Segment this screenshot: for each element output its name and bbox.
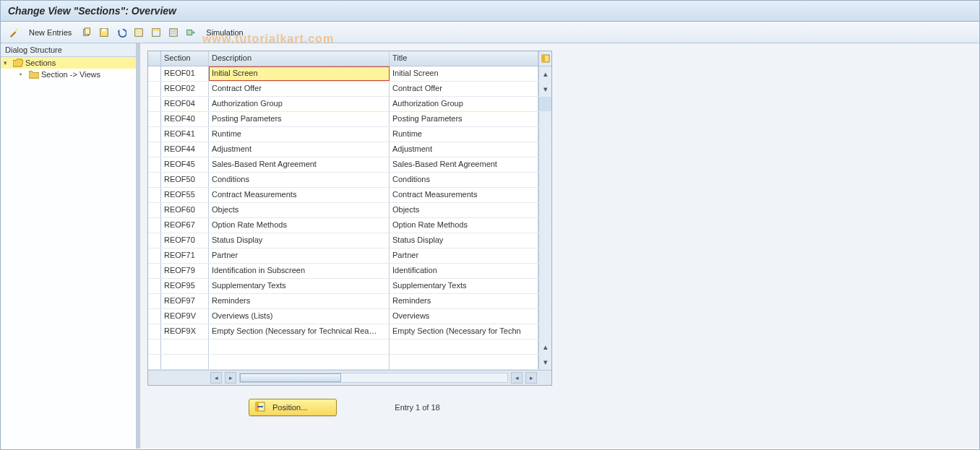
col-header-description[interactable]: Description [209, 51, 390, 66]
wand-icon[interactable] [7, 25, 21, 40]
deselect-all-icon[interactable] [166, 25, 181, 40]
row-selector[interactable] [148, 97, 161, 111]
scroll-track-icon[interactable] [538, 294, 551, 308]
scroll-left-icon[interactable]: ◂ [210, 372, 222, 384]
row-selector[interactable] [148, 355, 161, 369]
cell-section[interactable]: REOF50 [161, 173, 209, 187]
cell-title[interactable]: Contract Offer [390, 82, 538, 96]
scroll-track-icon[interactable] [538, 157, 551, 172]
tree-item-sections[interactable]: ▾ Sections [1, 57, 136, 69]
cell-title[interactable]: Authorization Group [390, 97, 538, 111]
table-row[interactable]: REOF97RemindersReminders [148, 294, 551, 309]
cell-title[interactable]: Initial Screen [390, 66, 538, 81]
table-row-empty[interactable]: ▾ [148, 355, 551, 370]
undo-icon[interactable] [114, 25, 129, 40]
scroll-up-icon[interactable]: ▴ [538, 66, 551, 81]
scroll-track-icon[interactable] [538, 279, 551, 293]
cell-section[interactable]: REOF9X [161, 324, 209, 339]
cell-title[interactable]: Overviews [390, 309, 538, 324]
scroll-track-icon[interactable] [538, 264, 551, 278]
cell-description[interactable]: Reminders [209, 294, 390, 308]
cell-description[interactable]: Contract Measurements [209, 188, 390, 202]
cell-title[interactable]: Adjustment [390, 142, 538, 157]
scroll-track-icon[interactable] [538, 173, 551, 187]
cell-section[interactable]: REOF70 [161, 233, 209, 248]
cell-description[interactable]: Posting Parameters [209, 112, 390, 126]
cell-section[interactable]: REOF55 [161, 188, 209, 202]
cell-description[interactable]: Authorization Group [209, 97, 390, 111]
cell-title[interactable]: Sales-Based Rent Agreement [390, 157, 538, 172]
table-row[interactable]: REOF50ConditionsConditions [148, 173, 551, 188]
cell-description[interactable]: Option Rate Methods [209, 218, 390, 233]
scroll-track-icon[interactable] [538, 203, 551, 217]
cell-section[interactable]: REOF95 [161, 279, 209, 293]
cell-title[interactable]: Status Display [390, 233, 538, 248]
cell-description[interactable]: Initial Screen [209, 66, 390, 81]
scroll-track-icon[interactable] [538, 324, 551, 339]
cell-section[interactable]: REOF44 [161, 142, 209, 157]
position-button[interactable]: Position... [249, 399, 337, 416]
horizontal-scrollbar[interactable]: ◂ ▸ ◂ ▸ [148, 370, 551, 385]
cell-title[interactable]: Supplementary Texts [390, 279, 538, 293]
row-selector[interactable] [148, 112, 161, 126]
cell-section[interactable]: REOF79 [161, 264, 209, 278]
cell-title[interactable]: Posting Parameters [390, 112, 538, 126]
simulation-button[interactable]: Simulation [201, 26, 248, 39]
cell-title[interactable]: Runtime [390, 127, 538, 142]
cell-description[interactable]: Conditions [209, 173, 390, 187]
cell-section[interactable]: REOF01 [161, 66, 209, 81]
cell-section[interactable]: REOF97 [161, 294, 209, 308]
table-row[interactable]: REOF40Posting ParametersPosting Paramete… [148, 112, 551, 127]
table-row-empty[interactable]: ▴ [148, 339, 551, 355]
scroll-left-end-icon[interactable]: ◂ [511, 372, 523, 384]
scroll-track-icon[interactable] [538, 233, 551, 248]
cell-description[interactable]: Status Display [209, 233, 390, 248]
cell-section[interactable]: REOF04 [161, 97, 209, 111]
cell-description[interactable]: Runtime [209, 127, 390, 142]
row-selector[interactable] [148, 279, 161, 293]
config-icon[interactable] [184, 25, 198, 40]
save-variant-icon[interactable] [97, 25, 111, 40]
cell-description[interactable]: Objects [209, 203, 390, 217]
scroll-down-icon[interactable]: ▾ [538, 355, 551, 369]
cell-section[interactable]: REOF67 [161, 218, 209, 233]
row-selector[interactable] [148, 82, 161, 96]
cell-section[interactable]: REOF45 [161, 157, 209, 172]
row-selector[interactable] [148, 218, 161, 233]
row-selector[interactable] [148, 188, 161, 202]
cell-description[interactable]: Partner [209, 248, 390, 263]
cell-description[interactable]: Identification in Subscreen [209, 264, 390, 278]
cell-section[interactable]: REOF71 [161, 248, 209, 263]
row-selector[interactable] [148, 294, 161, 308]
table-row[interactable]: REOF41RuntimeRuntime [148, 127, 551, 142]
cell-title[interactable]: Contract Measurements [390, 188, 538, 202]
row-selector-header[interactable] [148, 51, 161, 66]
table-row[interactable]: REOF9VOverviews (Lists)Overviews [148, 309, 551, 324]
scroll-track-icon[interactable] [538, 218, 551, 233]
col-header-section[interactable]: Section [161, 51, 209, 66]
tree-item-section-views[interactable]: • Section -> Views [1, 69, 136, 80]
cell-title[interactable]: Empty Section (Necessary for Techn [390, 324, 538, 339]
scroll-track-icon[interactable] [538, 188, 551, 202]
row-selector[interactable] [148, 339, 161, 354]
cell-section[interactable]: REOF41 [161, 127, 209, 142]
collapse-icon[interactable]: ▾ [4, 59, 11, 66]
select-all-icon[interactable] [132, 25, 146, 40]
scroll-track-icon[interactable] [538, 142, 551, 157]
table-row[interactable]: REOF45Sales-Based Rent AgreementSales-Ba… [148, 157, 551, 173]
cell-title[interactable]: Identification [390, 264, 538, 278]
row-selector[interactable] [148, 248, 161, 263]
scroll-track-icon[interactable] [538, 309, 551, 324]
table-row[interactable]: REOF67Option Rate MethodsOption Rate Met… [148, 218, 551, 233]
cell-section[interactable]: REOF02 [161, 82, 209, 96]
cell-title[interactable]: Reminders [390, 294, 538, 308]
row-selector[interactable] [148, 173, 161, 187]
cell-title[interactable]: Objects [390, 203, 538, 217]
row-selector[interactable] [148, 203, 161, 217]
cell-title[interactable]: Option Rate Methods [390, 218, 538, 233]
scroll-track-icon[interactable] [538, 112, 551, 126]
scroll-track-icon[interactable] [538, 127, 551, 142]
row-selector[interactable] [148, 233, 161, 248]
select-block-icon[interactable] [149, 25, 163, 40]
cell-description[interactable]: Sales-Based Rent Agreement [209, 157, 390, 172]
